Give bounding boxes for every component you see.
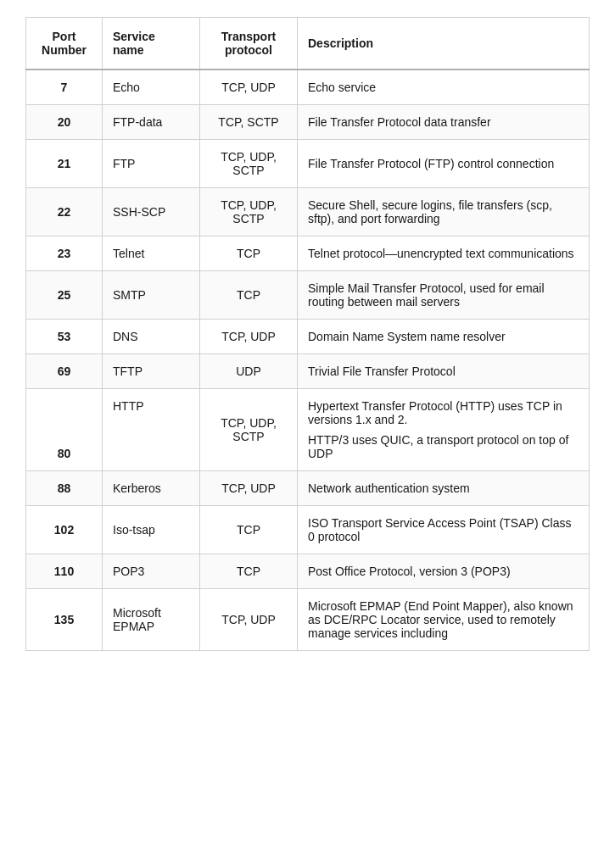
cell-description: Hypertext Transfer Protocol (HTTP) uses … bbox=[298, 389, 590, 471]
cell-service: DNS bbox=[103, 320, 200, 354]
cell-description: Domain Name System name resolver bbox=[298, 320, 590, 354]
cell-description: Trivial File Transfer Protocol bbox=[298, 354, 590, 389]
cell-port: 23 bbox=[26, 236, 103, 271]
cell-port: 7 bbox=[26, 70, 103, 105]
cell-transport: TCP, UDP bbox=[200, 589, 298, 651]
cell-port: 69 bbox=[26, 354, 103, 389]
cell-transport: TCP bbox=[200, 554, 298, 589]
table-row: 20FTP-dataTCP, SCTPFile Transfer Protoco… bbox=[26, 105, 590, 140]
cell-port: 135 bbox=[26, 589, 103, 651]
table-row: 69TFTPUDPTrivial File Transfer Protocol bbox=[26, 354, 590, 389]
table-row: 88KerberosTCP, UDPNetwork authentication… bbox=[26, 471, 590, 506]
table-row: 80HTTPTCP, UDP, SCTPHypertext Transfer P… bbox=[26, 389, 590, 471]
cell-transport: TCP, SCTP bbox=[200, 105, 298, 140]
cell-port: 102 bbox=[26, 506, 103, 554]
table-container: PortNumber Servicename Transportprotocol… bbox=[0, 0, 615, 668]
cell-description: Telnet protocol—unencrypted text communi… bbox=[298, 236, 590, 271]
table-row: 7EchoTCP, UDPEcho service bbox=[26, 70, 590, 105]
cell-description: Secure Shell, secure logins, file transf… bbox=[298, 188, 590, 236]
table-row: 23TelnetTCPTelnet protocol—unencrypted t… bbox=[26, 236, 590, 271]
cell-transport: TCP, UDP bbox=[200, 320, 298, 354]
table-header-row: PortNumber Servicename Transportprotocol… bbox=[26, 18, 590, 70]
table-row: 135Microsoft EPMAPTCP, UDPMicrosoft EPMA… bbox=[26, 589, 590, 651]
cell-service: Iso-tsap bbox=[103, 506, 200, 554]
cell-transport: TCP, UDP bbox=[200, 471, 298, 506]
cell-port: 25 bbox=[26, 271, 103, 320]
cell-port: 20 bbox=[26, 105, 103, 140]
header-service: Servicename bbox=[103, 18, 200, 70]
table-row: 110POP3TCPPost Office Protocol, version … bbox=[26, 554, 590, 589]
cell-port: 80 bbox=[26, 389, 103, 471]
cell-port: 53 bbox=[26, 320, 103, 354]
cell-description: Echo service bbox=[298, 70, 590, 105]
cell-service: Telnet bbox=[103, 236, 200, 271]
cell-transport: TCP, UDP, SCTP bbox=[200, 140, 298, 188]
cell-description: Microsoft EPMAP (End Point Mapper), also… bbox=[298, 589, 590, 651]
cell-service: Kerberos bbox=[103, 471, 200, 506]
table-row: 22SSH-SCPTCP, UDP, SCTPSecure Shell, sec… bbox=[26, 188, 590, 236]
header-description: Description bbox=[298, 18, 590, 70]
port-table: PortNumber Servicename Transportprotocol… bbox=[25, 17, 590, 651]
cell-port: 88 bbox=[26, 471, 103, 506]
cell-transport: TCP bbox=[200, 506, 298, 554]
cell-port: 22 bbox=[26, 188, 103, 236]
table-row: 102Iso-tsapTCPISO Transport Service Acce… bbox=[26, 506, 590, 554]
cell-service: Microsoft EPMAP bbox=[103, 589, 200, 651]
header-transport: Transportprotocol bbox=[200, 18, 298, 70]
cell-service: FTP-data bbox=[103, 105, 200, 140]
cell-service: Echo bbox=[103, 70, 200, 105]
cell-service: HTTP bbox=[103, 389, 200, 471]
header-port: PortNumber bbox=[26, 18, 103, 70]
table-row: 53DNSTCP, UDPDomain Name System name res… bbox=[26, 320, 590, 354]
cell-service: POP3 bbox=[103, 554, 200, 589]
cell-description: File Transfer Protocol data transfer bbox=[298, 105, 590, 140]
cell-port: 110 bbox=[26, 554, 103, 589]
cell-transport: TCP bbox=[200, 271, 298, 320]
table-row: 21FTPTCP, UDP, SCTPFile Transfer Protoco… bbox=[26, 140, 590, 188]
cell-description: Simple Mail Transfer Protocol, used for … bbox=[298, 271, 590, 320]
cell-service: SSH-SCP bbox=[103, 188, 200, 236]
cell-description: Post Office Protocol, version 3 (POP3) bbox=[298, 554, 590, 589]
cell-service: FTP bbox=[103, 140, 200, 188]
cell-description: ISO Transport Service Access Point (TSAP… bbox=[298, 506, 590, 554]
cell-service: TFTP bbox=[103, 354, 200, 389]
cell-description: File Transfer Protocol (FTP) control con… bbox=[298, 140, 590, 188]
cell-transport: UDP bbox=[200, 354, 298, 389]
cell-description: Network authentication system bbox=[298, 471, 590, 506]
cell-transport: TCP, UDP bbox=[200, 70, 298, 105]
cell-port: 21 bbox=[26, 140, 103, 188]
cell-service: SMTP bbox=[103, 271, 200, 320]
cell-transport: TCP bbox=[200, 236, 298, 271]
cell-transport: TCP, UDP, SCTP bbox=[200, 188, 298, 236]
table-row: 25SMTPTCPSimple Mail Transfer Protocol, … bbox=[26, 271, 590, 320]
cell-transport: TCP, UDP, SCTP bbox=[200, 389, 298, 471]
